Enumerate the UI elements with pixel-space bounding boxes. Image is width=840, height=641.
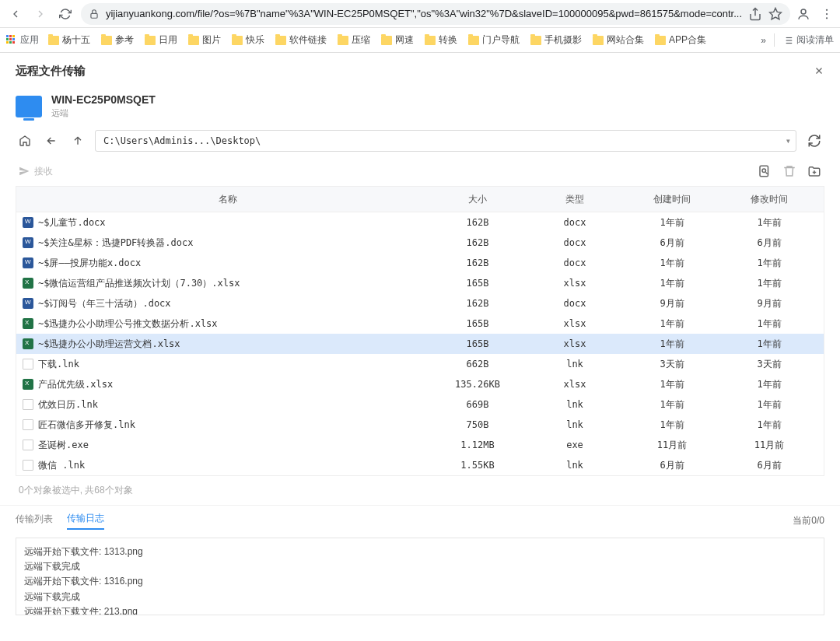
- share-icon[interactable]: [748, 7, 762, 21]
- path-bar: C:\Users\Adminis...\Desktop\ ▾: [0, 130, 840, 161]
- folder-icon: [530, 36, 541, 45]
- bookmark-item[interactable]: 日用: [140, 32, 182, 48]
- bookmark-item[interactable]: 网速: [376, 32, 418, 48]
- bookmark-label: 日用: [159, 33, 177, 47]
- nav-reload-button[interactable]: [56, 5, 75, 23]
- file-name: ~$关注&星标：迅捷PDF转换器.docx: [38, 236, 193, 250]
- file-type: docx: [528, 237, 621, 248]
- table-row[interactable]: ~$迅捷办公小助理公号推文数据分析.xlsx165Bxlsx1年前1年前: [16, 313, 824, 334]
- table-row[interactable]: 微信 .lnk1.55KBlnk6月前6月前: [16, 455, 824, 475]
- table-row[interactable]: 下载.lnk662Blnk3天前3天前: [16, 354, 824, 374]
- monitor-icon: [16, 96, 42, 117]
- receive-button[interactable]: 接收: [19, 165, 53, 178]
- col-header-size[interactable]: 大小: [427, 193, 528, 206]
- menu-icon[interactable]: [820, 7, 834, 21]
- file-size: 135.26KB: [427, 379, 528, 390]
- new-folder-icon[interactable]: [807, 164, 821, 178]
- col-header-created[interactable]: 创建时间: [621, 193, 723, 206]
- bookmark-item[interactable]: APP合集: [650, 32, 711, 48]
- folder-icon: [232, 36, 243, 45]
- file-size: 1.12MB: [427, 440, 528, 450]
- bookmarks-overflow[interactable]: »: [761, 35, 766, 46]
- col-header-modified[interactable]: 修改时间: [723, 193, 824, 206]
- bookmark-item[interactable]: 参考: [96, 32, 138, 48]
- svg-point-15: [762, 169, 766, 173]
- bookmark-label: 网站合集: [607, 33, 644, 47]
- file-type: xlsx: [528, 379, 621, 390]
- delete-icon[interactable]: [782, 164, 796, 178]
- file-name: ~$儿童节.docx: [38, 216, 106, 229]
- log-line: 远端开始下载文件: 1313.png: [24, 545, 816, 559]
- tab-transfer-log[interactable]: 传输日志: [67, 512, 104, 530]
- bookmark-label: 门户导航: [482, 33, 520, 47]
- apps-button[interactable]: 应用: [6, 33, 39, 47]
- file-size: 1.55KB: [427, 460, 528, 471]
- table-row[interactable]: 匠石微信多开修复.lnk750Blnk1年前1年前: [16, 415, 824, 435]
- table-row[interactable]: 优效日历.lnk669Blnk1年前1年前: [16, 394, 824, 415]
- col-header-name[interactable]: 名称: [16, 193, 427, 206]
- file-modified: 3天前: [723, 358, 824, 371]
- file-created: 1年前: [621, 378, 723, 391]
- table-row[interactable]: ~$屏——投屏功能x.docx162Bdocx1年前1年前: [16, 253, 824, 273]
- home-button[interactable]: [16, 131, 34, 150]
- star-icon[interactable]: [768, 7, 782, 21]
- path-up-button[interactable]: [68, 131, 87, 150]
- log-box: 远端开始下载文件: 1313.png远端下载完成远端开始下载文件: 1316.p…: [16, 538, 824, 615]
- file-type: xlsx: [528, 278, 621, 289]
- table-row[interactable]: 产品优先级.xlsx135.26KBxlsx1年前1年前: [16, 374, 824, 394]
- folder-icon: [48, 36, 59, 45]
- bookmark-item[interactable]: 图片: [184, 32, 226, 48]
- file-created: 6月前: [621, 459, 723, 472]
- file-created: 1年前: [621, 338, 723, 351]
- table-row[interactable]: ~$关注&星标：迅捷PDF转换器.docx162Bdocx6月前6月前: [16, 233, 824, 253]
- col-header-type[interactable]: 类型: [528, 193, 621, 206]
- address-bar[interactable]: yijianyuankong.com/file/?os=%7B"name"%3A…: [81, 3, 790, 25]
- bookmark-label: 软件链接: [289, 33, 327, 47]
- bookmark-item[interactable]: 软件链接: [271, 32, 331, 48]
- folder-icon: [381, 36, 392, 45]
- profile-icon[interactable]: [796, 7, 810, 21]
- file-created: 1年前: [621, 277, 723, 290]
- bookmark-item[interactable]: 压缩: [333, 32, 375, 48]
- file-size: 162B: [427, 298, 528, 309]
- file-modified: 1年前: [723, 398, 824, 412]
- path-back-button[interactable]: [42, 131, 61, 150]
- tab-transfer-list[interactable]: 传输列表: [16, 513, 53, 529]
- path-value: C:\Users\Adminis...\Desktop\: [103, 135, 261, 146]
- refresh-button[interactable]: [804, 131, 824, 151]
- search-file-icon[interactable]: [758, 164, 772, 178]
- bookmark-label: 网速: [395, 33, 414, 47]
- table-row[interactable]: ~$微信运营组产品推送频次计划（7.30）.xlsx165Bxlsx1年前1年前: [16, 273, 824, 293]
- svg-point-3: [826, 9, 828, 10]
- file-type-icon: [23, 359, 33, 370]
- file-size: 162B: [427, 217, 528, 228]
- folder-icon: [425, 36, 436, 45]
- bookmark-label: 快乐: [246, 33, 264, 47]
- bookmark-item[interactable]: 手机摄影: [526, 32, 586, 48]
- table-row[interactable]: ~$迅捷办公小助理运营文档.xlsx165Bxlsx1年前1年前: [16, 334, 824, 354]
- svg-rect-0: [91, 13, 97, 18]
- table-row[interactable]: 圣诞树.exe1.12MBexe11月前11月前: [16, 435, 824, 455]
- file-modified: 1年前: [723, 277, 824, 290]
- receive-label: 接收: [34, 165, 53, 178]
- bookmark-label: 手机摄影: [544, 33, 582, 47]
- nav-forward-button[interactable]: [31, 5, 50, 23]
- file-created: 3天前: [621, 358, 723, 371]
- table-row[interactable]: ~$儿童节.docx162Bdocx1年前1年前: [16, 212, 824, 233]
- browser-toolbar: yijianyuankong.com/file/?os=%7B"name"%3A…: [0, 0, 840, 28]
- bookmark-item[interactable]: 快乐: [227, 32, 269, 48]
- bookmark-item[interactable]: 门户导航: [464, 32, 524, 48]
- path-input[interactable]: C:\Users\Adminis...\Desktop\ ▾: [95, 130, 796, 152]
- file-type: lnk: [528, 419, 621, 430]
- nav-back-button[interactable]: [6, 5, 25, 23]
- log-line: 远端下载完成: [24, 559, 816, 574]
- bookmark-item[interactable]: 杨十五: [44, 32, 95, 48]
- table-row[interactable]: ~$订阅号（年三十活动）.docx162Bdocx9月前9月前: [16, 293, 824, 313]
- reading-list-button[interactable]: 阅读清单: [774, 33, 834, 47]
- bookmark-item[interactable]: 网站合集: [588, 32, 649, 48]
- close-button[interactable]: [814, 65, 824, 76]
- bookmark-item[interactable]: 转换: [420, 32, 462, 48]
- send-icon: [19, 166, 30, 177]
- file-name: 产品优先级.xlsx: [38, 378, 113, 391]
- chevron-down-icon[interactable]: ▾: [786, 135, 791, 146]
